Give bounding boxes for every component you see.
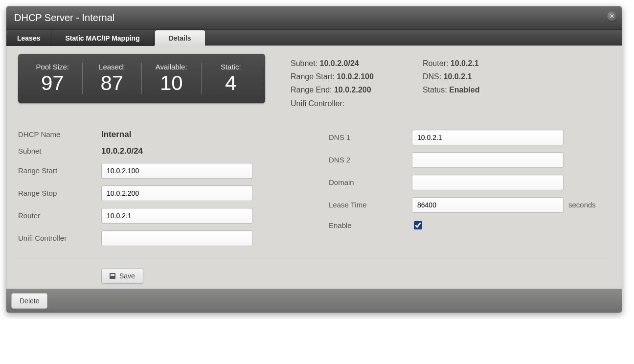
router-label: Router [18, 211, 101, 220]
dns1-input[interactable] [412, 130, 564, 145]
range-start-label: Range Start [18, 166, 101, 175]
stat-pool: Pool Size: 97 [23, 63, 83, 94]
summary-status-label: Status: [423, 86, 447, 94]
enable-label: Enable [329, 221, 412, 229]
summary-rend-label: Range End: [291, 86, 332, 94]
summary-unifi-label: Unifi Controller: [291, 99, 344, 108]
summary-status: Enabled [449, 86, 479, 94]
range-start-input[interactable] [101, 163, 253, 179]
dns1-label: DNS 1 [329, 133, 412, 141]
summary-col-right: Router: 10.0.2.1 DNS: 10.0.2.1 Status: E… [423, 57, 480, 110]
tab-leases[interactable]: Leases [6, 30, 51, 46]
summary-subnet: 10.0.2.0/24 [320, 59, 359, 68]
summary-rstart-label: Range Start: [291, 72, 335, 81]
summary-col-left: Subnet: 10.0.2.0/24 Range Start: 10.0.2.… [291, 57, 374, 110]
save-button-label: Save [119, 272, 135, 280]
domain-label: Domain [329, 178, 412, 186]
dns2-input[interactable] [412, 152, 564, 168]
close-icon: ✕ [610, 13, 614, 20]
stat-leased-label: Leased: [89, 63, 136, 71]
stat-available-label: Available: [148, 63, 195, 71]
stats-panel: Pool Size: 97 Leased: 87 Available: 10 S… [18, 54, 265, 103]
subnet-label: Subnet [18, 147, 101, 155]
domain-input[interactable] [412, 175, 564, 190]
summary-dns: 10.0.2.1 [444, 72, 472, 81]
content-area: Pool Size: 97 Leased: 87 Available: 10 S… [6, 46, 622, 289]
unifi-input[interactable] [101, 230, 253, 246]
summary-router-label: Router: [423, 59, 448, 68]
form-col-right: DNS 1 DNS 2 Domain Lease Time seconds [329, 130, 610, 253]
stat-leased-value: 87 [89, 72, 136, 94]
stat-static: Static: 4 [202, 63, 261, 94]
enable-checkbox[interactable] [414, 221, 422, 229]
delete-button[interactable]: Delete [11, 293, 47, 309]
tab-details[interactable]: Details [155, 30, 205, 46]
summary-router: 10.0.2.1 [451, 59, 479, 68]
stat-available-value: 10 [148, 72, 195, 94]
lease-time-input[interactable] [412, 197, 564, 213]
tab-bar: Leases Static MAC/IP Mapping Details [6, 30, 622, 46]
stat-static-label: Static: [207, 63, 255, 71]
close-button[interactable]: ✕ [607, 11, 617, 21]
router-input[interactable] [101, 208, 253, 224]
form-area: DHCP Name Internal Subnet 10.0.2.0/24 Ra… [18, 110, 610, 253]
range-stop-label: Range Stop [18, 189, 101, 197]
dhcp-dialog: DHCP Server - Internal ✕ Leases Static M… [6, 6, 622, 313]
stat-pool-value: 97 [29, 72, 76, 94]
summary-dns-label: DNS: [423, 72, 441, 81]
tab-static-mapping[interactable]: Static MAC/IP Mapping [51, 30, 154, 46]
dns2-label: DNS 2 [329, 156, 412, 164]
stat-available: Available: 10 [142, 63, 202, 94]
subnet-value: 10.0.2.0/24 [101, 146, 143, 156]
unifi-label: Unifi Controller [18, 234, 101, 242]
dhcpname-value: Internal [101, 130, 131, 139]
range-stop-input[interactable] [101, 185, 253, 201]
save-icon [110, 273, 115, 279]
summary-subnet-label: Subnet: [291, 59, 317, 68]
stat-leased: Leased: 87 [83, 63, 142, 94]
summary-rstart: 10.0.2.100 [337, 72, 374, 81]
lease-time-label: Lease Time [329, 201, 412, 209]
form-col-left: DHCP Name Internal Subnet 10.0.2.0/24 Ra… [18, 130, 299, 253]
delete-button-label: Delete [20, 297, 39, 305]
stat-pool-label: Pool Size: [29, 63, 76, 71]
titlebar: DHCP Server - Internal ✕ [6, 6, 622, 30]
lease-time-suffix: seconds [568, 201, 596, 209]
dialog-title: DHCP Server - Internal [14, 12, 114, 23]
save-button[interactable]: Save [101, 268, 143, 284]
stat-static-value: 4 [207, 72, 255, 94]
summary-panel: Subnet: 10.0.2.0/24 Range Start: 10.0.2.… [291, 54, 479, 110]
dialog-footer: Delete [6, 289, 622, 313]
dhcpname-label: DHCP Name [18, 130, 101, 138]
summary-rend: 10.0.2.200 [334, 86, 371, 94]
